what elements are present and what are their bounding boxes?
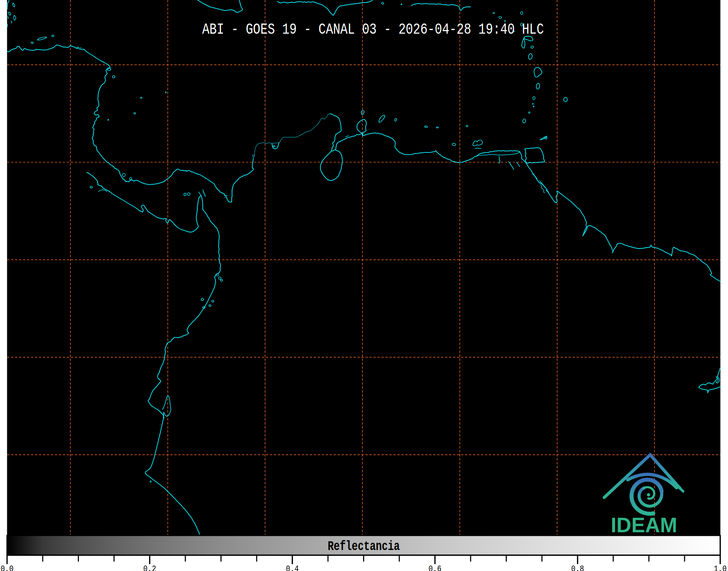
svg-text:0.8: 0.8 bbox=[571, 564, 584, 571]
svg-text:IDEAM: IDEAM bbox=[611, 513, 677, 537]
svg-text:Reflectancia: Reflectancia bbox=[328, 539, 400, 554]
svg-text:0.4: 0.4 bbox=[286, 564, 299, 571]
svg-text:0.2: 0.2 bbox=[143, 564, 156, 571]
svg-text:0.6: 0.6 bbox=[429, 564, 441, 571]
svg-text:ABI - GOES 19 - CANAL 03 - 202: ABI - GOES 19 - CANAL 03 - 2026-04-28 19… bbox=[202, 21, 544, 38]
svg-text:0.0: 0.0 bbox=[1, 564, 13, 571]
svg-text:1.0: 1.0 bbox=[714, 564, 727, 571]
